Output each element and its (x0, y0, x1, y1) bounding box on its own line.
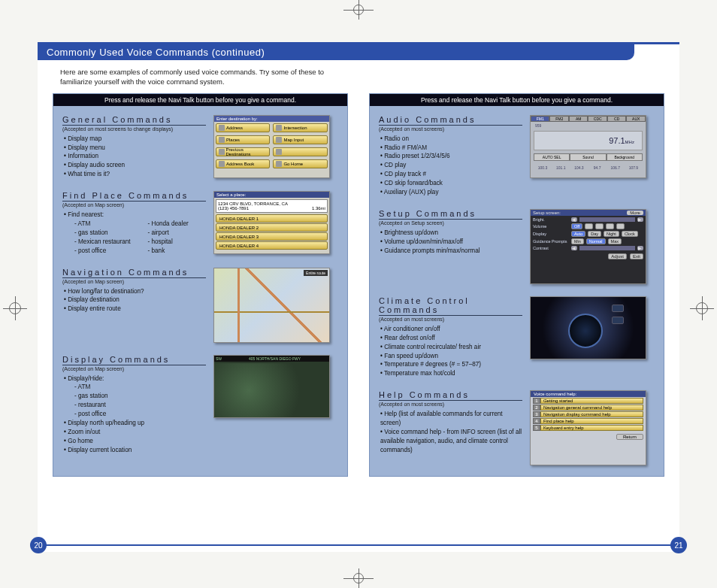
section-title: Navigation Commands (62, 268, 206, 278)
section-subtitle: (Accepted on most screens) (379, 126, 522, 132)
screenshot-setup-screen: Setup screen:More Bright.◀▶VolumeOff Dis… (530, 209, 646, 284)
command-list: Find nearest: ATMgas stationMexican rest… (62, 211, 206, 255)
page-title-bar: Commonly Used Voice Commands (continued) (38, 44, 634, 60)
page-spread: Commonly Used Voice Commands (continued)… (38, 42, 679, 552)
footer-rule (44, 544, 673, 546)
section-setup: Setup Commands (Accepted on Setup screen… (370, 200, 664, 287)
section-title: Help Commands (379, 390, 522, 401)
command-list: Display/Hide: ATMgas stationrestaurantpo… (62, 374, 206, 455)
page-number-left: 20 (30, 537, 47, 553)
section-title: General Commands (62, 115, 206, 126)
screenshot-route-map: Entire route (213, 268, 330, 343)
instruction-bar-left: Press and release the Navi Talk button b… (53, 94, 347, 106)
crop-mark-top (343, 0, 374, 20)
registration-mark-left (8, 301, 23, 316)
section-title: Display Commands (62, 355, 206, 365)
command-list: Help (list of available commands for cur… (379, 410, 522, 454)
section-subtitle: (Accepted on Map screen) (62, 279, 206, 284)
right-column: Press and release the Navi Talk button b… (369, 93, 664, 477)
screenshot-climate-controls (530, 296, 646, 359)
crop-mark-bottom (343, 568, 374, 588)
section-navigation: Navigation Commands (Accepted on Map scr… (53, 259, 347, 346)
left-column: Press and release the Navi Talk button b… (53, 93, 348, 477)
section-subtitle: (Accepted on most screens to change disp… (62, 126, 206, 132)
command-list: Radio onRadio # FM/AMRadio preset 1/2/3/… (379, 135, 522, 197)
screenshot-destination-menu: Enter destination by: AddressIntersectio… (213, 115, 330, 178)
command-list: How long/far to destination?Display dest… (62, 287, 206, 314)
section-climate: Climate Control Commands (Accepted on mo… (370, 287, 664, 381)
screenshot-voice-help: Voice command help: 1Getting started2Nav… (530, 390, 646, 465)
section-audio: Audio Commands (Accepted on most screens… (370, 106, 664, 200)
section-display: Display Commands (Accepted on Map screen… (53, 346, 347, 458)
section-subtitle: (Accepted on Map screen) (62, 366, 206, 371)
section-title: Find Place Commands (62, 191, 206, 202)
command-list: Display mapDisplay menuInformationDispla… (62, 135, 206, 179)
screenshot-select-place: Select a place: 1234 CRV BLVD, TORRANCE,… (213, 191, 330, 254)
section-subtitle: (Accepted on most screens) (379, 317, 522, 322)
section-subtitle: (Accepted on Setup screen) (379, 220, 522, 226)
section-title: Climate Control Commands (379, 296, 522, 316)
registration-mark-right (694, 301, 709, 316)
section-title: Setup Commands (379, 209, 522, 220)
section-title: Audio Commands (379, 115, 522, 126)
page-number-right: 21 (670, 537, 687, 553)
section-find-place: Find Place Commands (Accepted on Map scr… (53, 182, 347, 258)
section-general: General Commands (Accepted on most scree… (53, 106, 347, 182)
intro-text: Here are some examples of commonly used … (38, 60, 338, 93)
section-subtitle: (Accepted on Map screen) (62, 202, 206, 208)
section-help: Help Commands (Accepted on most screens)… (370, 381, 664, 468)
command-list: Brightness up/downVolume up/down/min/max… (379, 229, 522, 256)
section-subtitle: (Accepted on most screens) (379, 402, 522, 407)
screenshot-nav-display: SW 405 NORTH/SAN DIEGO FWY (213, 355, 330, 418)
instruction-bar-right: Press and release the Navi Talk button b… (370, 94, 664, 106)
screenshot-radio: FM1FM2AMCDCCDAUX 959 97.1MHz AUTO SELSou… (530, 115, 646, 178)
command-list: Air conditioner on/offRear defrost on/of… (379, 325, 522, 378)
